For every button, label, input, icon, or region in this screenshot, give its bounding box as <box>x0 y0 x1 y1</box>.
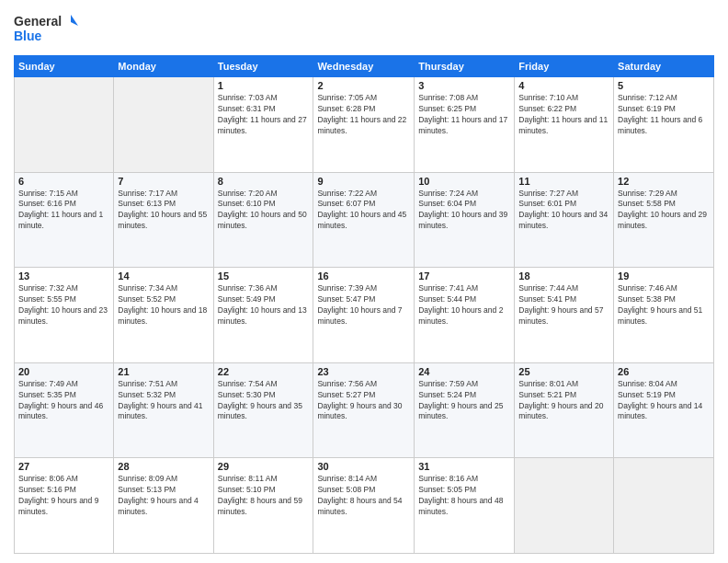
day-number: 7 <box>118 176 209 187</box>
day-info: Sunrise: 7:36 AM Sunset: 5:49 PM Dayligh… <box>218 283 310 327</box>
day-info: Sunrise: 7:12 AM Sunset: 6:19 PM Dayligh… <box>618 93 710 137</box>
day-number: 2 <box>317 80 410 91</box>
logo-svg: General Blue <box>14 9 78 48</box>
calendar-cell: 18Sunrise: 7:44 AM Sunset: 5:41 PM Dayli… <box>515 268 614 363</box>
day-info: Sunrise: 7:56 AM Sunset: 5:27 PM Dayligh… <box>317 379 410 423</box>
day-number: 13 <box>18 270 109 282</box>
calendar-cell: 31Sunrise: 8:16 AM Sunset: 5:05 PM Dayli… <box>415 458 515 554</box>
day-info: Sunrise: 7:54 AM Sunset: 5:30 PM Dayligh… <box>218 379 310 423</box>
calendar-cell: 29Sunrise: 8:11 AM Sunset: 5:10 PM Dayli… <box>213 458 313 554</box>
day-info: Sunrise: 8:14 AM Sunset: 5:08 PM Dayligh… <box>317 474 410 518</box>
day-number: 24 <box>418 366 510 377</box>
day-info: Sunrise: 7:03 AM Sunset: 6:31 PM Dayligh… <box>218 93 310 137</box>
day-info: Sunrise: 8:16 AM Sunset: 5:05 PM Dayligh… <box>418 474 510 518</box>
calendar-cell: 13Sunrise: 7:32 AM Sunset: 5:55 PM Dayli… <box>15 268 114 363</box>
calendar-cell: 30Sunrise: 8:14 AM Sunset: 5:08 PM Dayli… <box>313 458 415 554</box>
weekday-header-sunday: Sunday <box>15 56 114 77</box>
calendar-cell: 19Sunrise: 7:46 AM Sunset: 5:38 PM Dayli… <box>614 268 714 363</box>
calendar-cell: 10Sunrise: 7:24 AM Sunset: 6:04 PM Dayli… <box>415 172 515 268</box>
day-info: Sunrise: 7:22 AM Sunset: 6:07 PM Dayligh… <box>317 189 410 233</box>
calendar-cell: 12Sunrise: 7:29 AM Sunset: 5:58 PM Dayli… <box>614 172 714 268</box>
svg-text:Blue: Blue <box>14 29 42 43</box>
calendar-week-1: 1Sunrise: 7:03 AM Sunset: 6:31 PM Daylig… <box>15 77 714 173</box>
logo: General Blue <box>14 9 78 48</box>
page: General Blue SundayMondayTuesdayWednesda… <box>0 0 728 563</box>
day-info: Sunrise: 7:32 AM Sunset: 5:55 PM Dayligh… <box>18 283 109 327</box>
weekday-header-wednesday: Wednesday <box>313 56 415 77</box>
day-number: 16 <box>317 270 410 282</box>
day-number: 20 <box>18 366 109 377</box>
calendar-cell <box>515 458 614 554</box>
day-number: 21 <box>118 366 209 377</box>
day-info: Sunrise: 7:34 AM Sunset: 5:52 PM Dayligh… <box>118 283 209 327</box>
day-number: 25 <box>518 366 609 377</box>
calendar-cell: 14Sunrise: 7:34 AM Sunset: 5:52 PM Dayli… <box>114 268 213 363</box>
day-info: Sunrise: 7:08 AM Sunset: 6:25 PM Dayligh… <box>418 93 510 137</box>
calendar-week-3: 13Sunrise: 7:32 AM Sunset: 5:55 PM Dayli… <box>15 268 714 363</box>
calendar-cell: 16Sunrise: 7:39 AM Sunset: 5:47 PM Dayli… <box>313 268 415 363</box>
day-number: 17 <box>418 270 510 282</box>
day-info: Sunrise: 7:27 AM Sunset: 6:01 PM Dayligh… <box>518 189 609 233</box>
calendar-cell: 4Sunrise: 7:10 AM Sunset: 6:22 PM Daylig… <box>515 77 614 173</box>
day-number: 3 <box>418 80 510 91</box>
day-number: 14 <box>118 270 209 282</box>
weekday-header-tuesday: Tuesday <box>213 56 313 77</box>
calendar-cell: 8Sunrise: 7:20 AM Sunset: 6:10 PM Daylig… <box>213 172 313 268</box>
day-number: 29 <box>218 461 310 472</box>
calendar-cell: 25Sunrise: 8:01 AM Sunset: 5:21 PM Dayli… <box>515 362 614 458</box>
weekday-header-thursday: Thursday <box>415 56 515 77</box>
day-info: Sunrise: 7:20 AM Sunset: 6:10 PM Dayligh… <box>218 189 310 233</box>
calendar-week-4: 20Sunrise: 7:49 AM Sunset: 5:35 PM Dayli… <box>15 362 714 458</box>
day-number: 4 <box>518 80 609 91</box>
calendar-cell: 20Sunrise: 7:49 AM Sunset: 5:35 PM Dayli… <box>15 362 114 458</box>
day-info: Sunrise: 7:15 AM Sunset: 6:16 PM Dayligh… <box>18 189 109 233</box>
day-info: Sunrise: 7:49 AM Sunset: 5:35 PM Dayligh… <box>18 379 109 423</box>
day-number: 27 <box>18 461 109 472</box>
day-info: Sunrise: 8:11 AM Sunset: 5:10 PM Dayligh… <box>218 474 310 518</box>
day-number: 23 <box>317 366 410 377</box>
day-number: 12 <box>618 176 710 187</box>
day-number: 9 <box>317 176 410 187</box>
day-info: Sunrise: 8:04 AM Sunset: 5:19 PM Dayligh… <box>618 379 710 423</box>
day-number: 26 <box>618 366 710 377</box>
calendar-cell: 2Sunrise: 7:05 AM Sunset: 6:28 PM Daylig… <box>313 77 415 173</box>
weekday-header-friday: Friday <box>515 56 614 77</box>
calendar-cell: 17Sunrise: 7:41 AM Sunset: 5:44 PM Dayli… <box>415 268 515 363</box>
day-number: 19 <box>618 270 710 282</box>
calendar-cell: 5Sunrise: 7:12 AM Sunset: 6:19 PM Daylig… <box>614 77 714 173</box>
day-info: Sunrise: 7:44 AM Sunset: 5:41 PM Dayligh… <box>518 283 609 327</box>
day-number: 11 <box>518 176 609 187</box>
day-info: Sunrise: 8:06 AM Sunset: 5:16 PM Dayligh… <box>18 474 109 518</box>
calendar-cell: 21Sunrise: 7:51 AM Sunset: 5:32 PM Dayli… <box>114 362 213 458</box>
calendar-cell: 24Sunrise: 7:59 AM Sunset: 5:24 PM Dayli… <box>415 362 515 458</box>
calendar-cell <box>614 458 714 554</box>
calendar-cell: 22Sunrise: 7:54 AM Sunset: 5:30 PM Dayli… <box>213 362 313 458</box>
weekday-header-monday: Monday <box>114 56 213 77</box>
day-info: Sunrise: 7:05 AM Sunset: 6:28 PM Dayligh… <box>317 93 410 137</box>
calendar-cell: 28Sunrise: 8:09 AM Sunset: 5:13 PM Dayli… <box>114 458 213 554</box>
day-info: Sunrise: 7:59 AM Sunset: 5:24 PM Dayligh… <box>418 379 510 423</box>
calendar-cell <box>15 77 114 173</box>
calendar: SundayMondayTuesdayWednesdayThursdayFrid… <box>14 55 714 554</box>
weekday-header-saturday: Saturday <box>614 56 714 77</box>
day-number: 5 <box>618 80 710 91</box>
calendar-cell: 11Sunrise: 7:27 AM Sunset: 6:01 PM Dayli… <box>515 172 614 268</box>
day-number: 6 <box>18 176 109 187</box>
day-info: Sunrise: 7:39 AM Sunset: 5:47 PM Dayligh… <box>317 283 410 327</box>
calendar-cell: 6Sunrise: 7:15 AM Sunset: 6:16 PM Daylig… <box>15 172 114 268</box>
day-number: 1 <box>218 80 310 91</box>
day-info: Sunrise: 7:29 AM Sunset: 5:58 PM Dayligh… <box>618 189 710 233</box>
day-info: Sunrise: 7:17 AM Sunset: 6:13 PM Dayligh… <box>118 189 209 233</box>
day-number: 22 <box>218 366 310 377</box>
day-number: 28 <box>118 461 209 472</box>
day-info: Sunrise: 8:09 AM Sunset: 5:13 PM Dayligh… <box>118 474 209 518</box>
day-number: 31 <box>418 461 510 472</box>
day-info: Sunrise: 8:01 AM Sunset: 5:21 PM Dayligh… <box>518 379 609 423</box>
calendar-cell: 9Sunrise: 7:22 AM Sunset: 6:07 PM Daylig… <box>313 172 415 268</box>
day-number: 8 <box>218 176 310 187</box>
calendar-cell: 26Sunrise: 8:04 AM Sunset: 5:19 PM Dayli… <box>614 362 714 458</box>
day-number: 18 <box>518 270 609 282</box>
calendar-cell: 3Sunrise: 7:08 AM Sunset: 6:25 PM Daylig… <box>415 77 515 173</box>
svg-text:General: General <box>14 14 62 29</box>
day-info: Sunrise: 7:24 AM Sunset: 6:04 PM Dayligh… <box>418 189 510 233</box>
